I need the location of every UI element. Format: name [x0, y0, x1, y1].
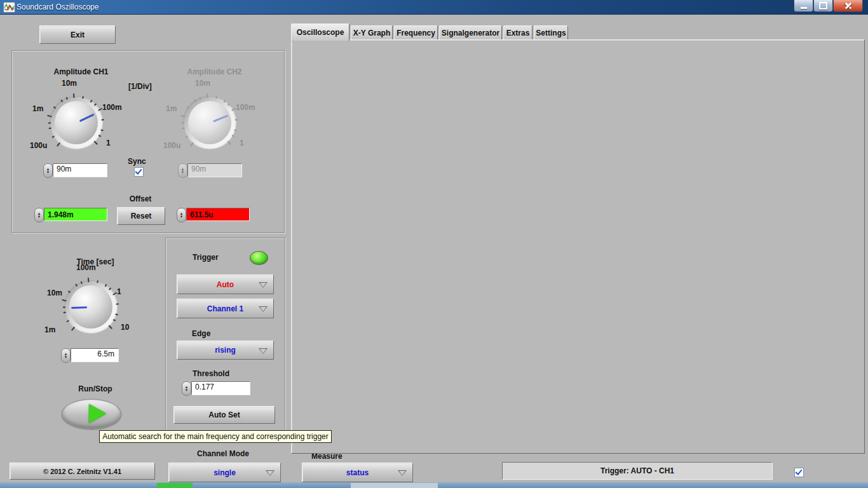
knob-tick-label: 100m: [102, 103, 122, 112]
amplitude-ch2-knob: 100u 1m 10m 100m 1: [175, 88, 245, 158]
knob-tick-label: 100u: [30, 141, 47, 150]
play-icon: [89, 404, 106, 423]
offset-ch2-value[interactable]: 611.5u: [186, 208, 250, 221]
offset-ch2-spinner[interactable]: ▲▼: [177, 208, 186, 222]
tab-signalgenerator[interactable]: Signalgenerator: [439, 25, 502, 41]
taskbar-item[interactable]: [157, 483, 193, 488]
per-div-unit-label: [1/Div]: [128, 82, 152, 91]
knob-tick-label: 1m: [32, 104, 43, 113]
edge-label: Edge: [192, 329, 210, 338]
app-window: Soundcard Oszilloscope Exit Amplitude CH…: [0, 0, 868, 488]
minimize-button[interactable]: [794, 0, 813, 12]
threshold-label: Threshold: [193, 369, 229, 378]
taskbar-item[interactable]: [351, 483, 438, 488]
exit-button[interactable]: Exit: [39, 25, 116, 44]
tab-oscilloscope[interactable]: Oscilloscope: [291, 24, 349, 41]
restore-button[interactable]: [813, 0, 833, 12]
threshold-spinner[interactable]: ▲▼: [182, 381, 191, 396]
amplitude-ch2-value: 90m: [187, 163, 242, 177]
tab-settings[interactable]: Settings: [534, 25, 568, 41]
threshold-value[interactable]: 0.177: [191, 381, 250, 395]
trigger-mode-dropdown[interactable]: Auto: [177, 274, 274, 294]
amplitude-ch1-value[interactable]: 90m: [53, 163, 107, 177]
title-bar[interactable]: Soundcard Oszilloscope: [0, 0, 868, 15]
auto-set-button[interactable]: Auto Set: [173, 406, 275, 424]
trigger-source-dropdown[interactable]: Channel 1: [177, 299, 274, 318]
amplitude-ch2-label: Amplitude CH2: [168, 67, 261, 76]
offset-reset-button[interactable]: Reset: [117, 207, 165, 225]
trigger-groupbox: [165, 238, 285, 433]
restore-icon: [819, 2, 827, 10]
measure-dropdown[interactable]: status: [302, 463, 413, 482]
offset-ch1-value[interactable]: 1.948m: [44, 208, 107, 221]
trigger-status-readout: Trigger: AUTO - CH1: [502, 462, 773, 480]
tooltip: Automatic search for the main frequency …: [99, 430, 332, 443]
channel-mode-dropdown[interactable]: single: [168, 463, 281, 482]
trigger-led: [250, 251, 268, 265]
grid-checkbox[interactable]: [794, 468, 804, 477]
time-spinner[interactable]: ▲▼: [61, 348, 71, 363]
run-stop-button[interactable]: [62, 399, 121, 429]
run-stop-label: Run/Stop: [67, 384, 124, 393]
close-button[interactable]: [833, 0, 863, 12]
chevron-down-icon: [259, 348, 268, 354]
oscilloscope-panel: [291, 39, 865, 454]
window-title: Soundcard Oszilloscope: [17, 3, 98, 11]
chevron-down-icon: [398, 470, 407, 476]
offset-ch1-spinner[interactable]: ▲▼: [34, 208, 44, 222]
time-knob[interactable]: 1m 10m 100m 1 10: [56, 272, 126, 342]
tab-extras[interactable]: Extras: [503, 25, 532, 41]
knob-tick-label: 1: [106, 139, 111, 147]
sync-checkbox[interactable]: [134, 167, 144, 177]
knob-tick-label: 10m: [62, 79, 77, 88]
time-value[interactable]: 6.5m: [71, 348, 119, 362]
chevron-down-icon: [259, 282, 268, 288]
tab-xy-graph[interactable]: X-Y Graph: [351, 25, 393, 41]
offset-label: Offset: [125, 194, 156, 203]
amplitude-ch1-spinner[interactable]: ▲▼: [43, 163, 53, 178]
amplitude-ch1-knob[interactable]: 100u 1m 10m 100m 1: [41, 88, 111, 158]
sync-label: Sync: [128, 157, 146, 166]
copyright-button[interactable]: © 2012 C. Zeitnitz V1.41: [10, 463, 155, 480]
amplitude-ch2-spinner: ▲▼: [178, 163, 187, 178]
trigger-edge-dropdown[interactable]: rising: [177, 341, 274, 360]
chevron-down-icon: [266, 470, 275, 476]
channel-mode-label: Channel Mode: [175, 449, 271, 458]
amplitude-ch1-label: Amplitude CH1: [35, 67, 127, 76]
trigger-label: Trigger: [193, 253, 219, 262]
app-icon: [3, 2, 15, 13]
chevron-down-icon: [259, 306, 268, 312]
minimize-icon: [801, 7, 807, 9]
tab-frequency[interactable]: Frequency: [394, 25, 438, 41]
